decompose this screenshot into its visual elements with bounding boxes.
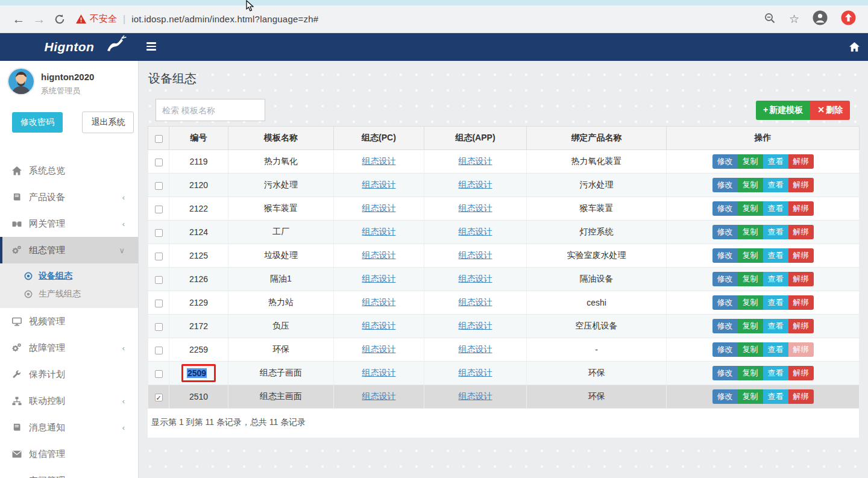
copy-button[interactable]: 复制 <box>738 201 763 216</box>
sidebar-item-消息通知[interactable]: 消息通知‹ <box>0 414 138 441</box>
edit-button[interactable]: 修改 <box>712 201 738 216</box>
copy-button[interactable]: 复制 <box>738 178 763 192</box>
app-config-link[interactable]: 组态设计 <box>459 368 492 377</box>
edit-button[interactable]: 修改 <box>712 178 738 192</box>
sidebar-item-系统总览[interactable]: 系统总览 <box>0 157 138 184</box>
pc-config-link[interactable]: 组态设计 <box>362 321 396 330</box>
edit-button[interactable]: 修改 <box>712 154 738 169</box>
pc-config-link[interactable]: 组态设计 <box>362 391 396 401</box>
view-button[interactable]: 查看 <box>763 366 788 380</box>
copy-button[interactable]: 复制 <box>738 272 763 286</box>
row-checkbox[interactable] <box>155 253 163 260</box>
copy-button[interactable]: 复制 <box>738 248 763 263</box>
edit-button[interactable]: 修改 <box>712 342 738 357</box>
zoom-out-icon[interactable] <box>764 12 776 27</box>
select-all-checkbox[interactable] <box>155 135 163 143</box>
row-checkbox[interactable] <box>155 276 163 284</box>
view-button[interactable]: 查看 <box>763 154 788 169</box>
row-checkbox[interactable] <box>155 182 163 190</box>
browser-profile-icon[interactable] <box>813 10 828 28</box>
sidebar-item-短信管理[interactable]: 短信管理 <box>0 441 138 467</box>
unbind-button[interactable]: 解绑 <box>788 201 814 216</box>
unbind-button[interactable]: 解绑 <box>788 272 814 286</box>
row-checkbox[interactable] <box>155 347 163 354</box>
app-config-link[interactable]: 组态设计 <box>459 156 492 166</box>
new-template-button[interactable]: +新建模板 <box>756 101 810 120</box>
edit-button[interactable]: 修改 <box>712 248 738 263</box>
unbind-button[interactable]: 解绑 <box>788 389 814 404</box>
edit-button[interactable]: 修改 <box>712 319 738 333</box>
address-bar[interactable]: 不安全 | iot.idosp.net/admin/index.html?lan… <box>76 13 764 25</box>
pc-config-link[interactable]: 组态设计 <box>362 203 396 213</box>
unbind-button[interactable]: 解绑 <box>788 178 814 192</box>
row-checkbox[interactable]: ✓ <box>155 394 163 401</box>
browser-update-icon[interactable] <box>841 10 856 28</box>
delete-button[interactable]: ✕删除 <box>810 101 850 120</box>
row-checkbox[interactable] <box>155 370 163 378</box>
pc-config-link[interactable]: 组态设计 <box>362 156 396 166</box>
copy-button[interactable]: 复制 <box>738 366 763 380</box>
pc-config-link[interactable]: 组态设计 <box>362 297 396 307</box>
pc-config-link[interactable]: 组态设计 <box>362 250 396 260</box>
home-icon[interactable] <box>849 42 860 54</box>
user-avatar[interactable] <box>7 68 35 95</box>
copy-button[interactable]: 复制 <box>738 319 763 333</box>
pc-config-link[interactable]: 组态设计 <box>362 227 396 236</box>
unbind-button[interactable]: 解绑 <box>788 154 814 169</box>
sidebar-item-保养计划[interactable]: 保养计划 <box>0 361 138 388</box>
view-button[interactable]: 查看 <box>763 389 788 404</box>
unbind-button[interactable]: 解绑 <box>788 342 814 357</box>
app-config-link[interactable]: 组态设计 <box>459 321 492 330</box>
edit-button[interactable]: 修改 <box>712 389 738 404</box>
sidebar-toggle-button[interactable] <box>146 42 156 52</box>
view-button[interactable]: 查看 <box>763 342 788 357</box>
unbind-button[interactable]: 解绑 <box>788 366 814 380</box>
view-button[interactable]: 查看 <box>763 225 788 239</box>
view-button[interactable]: 查看 <box>763 272 788 286</box>
row-checkbox[interactable] <box>155 206 163 213</box>
unbind-button[interactable]: 解绑 <box>788 225 814 239</box>
unbind-button[interactable]: 解绑 <box>788 295 814 310</box>
row-checkbox[interactable] <box>155 323 163 331</box>
sidebar-item-组态管理[interactable]: 组态管理∨ <box>0 237 138 263</box>
app-config-link[interactable]: 组态设计 <box>459 180 492 189</box>
sidebar-item-产品设备[interactable]: 产品设备‹ <box>0 184 138 210</box>
sidebar-item-空间管理[interactable]: 空间管理 <box>0 467 138 478</box>
row-checkbox[interactable] <box>155 229 163 237</box>
logout-button[interactable]: 退出系统 <box>82 112 134 133</box>
submenu-item-生产线组态[interactable]: 生产线组态 <box>0 285 138 303</box>
edit-button[interactable]: 修改 <box>712 366 738 380</box>
edit-button[interactable]: 修改 <box>712 272 738 286</box>
sidebar-item-故障管理[interactable]: 故障管理‹ <box>0 335 138 361</box>
app-config-link[interactable]: 组态设计 <box>459 344 492 354</box>
row-checkbox[interactable] <box>155 159 163 166</box>
brand-logo[interactable]: Hignton <box>0 33 139 61</box>
pc-config-link[interactable]: 组态设计 <box>362 344 396 354</box>
pc-config-link[interactable]: 组态设计 <box>362 368 396 377</box>
view-button[interactable]: 查看 <box>763 319 788 333</box>
view-button[interactable]: 查看 <box>763 178 788 192</box>
back-button[interactable]: ← <box>8 12 29 27</box>
copy-button[interactable]: 复制 <box>738 389 763 404</box>
app-config-link[interactable]: 组态设计 <box>459 227 492 236</box>
unbind-button[interactable]: 解绑 <box>788 248 814 263</box>
reload-button[interactable] <box>49 14 70 25</box>
copy-button[interactable]: 复制 <box>738 225 763 239</box>
submenu-item-设备组态[interactable]: 设备组态 <box>0 267 138 285</box>
edit-button[interactable]: 修改 <box>712 295 738 310</box>
pc-config-link[interactable]: 组态设计 <box>362 274 396 283</box>
bookmark-star-icon[interactable]: ☆ <box>789 12 799 26</box>
view-button[interactable]: 查看 <box>763 295 788 310</box>
search-input[interactable] <box>156 99 265 121</box>
forward-button[interactable]: → <box>29 12 49 27</box>
unbind-button[interactable]: 解绑 <box>788 319 814 333</box>
copy-button[interactable]: 复制 <box>738 154 763 169</box>
copy-button[interactable]: 复制 <box>738 342 763 357</box>
app-config-link[interactable]: 组态设计 <box>459 274 492 283</box>
app-config-link[interactable]: 组态设计 <box>459 250 492 260</box>
sidebar-item-联动控制[interactable]: 联动控制‹ <box>0 388 138 414</box>
change-password-button[interactable]: 修改密码 <box>12 112 63 133</box>
view-button[interactable]: 查看 <box>763 248 788 263</box>
copy-button[interactable]: 复制 <box>738 295 763 310</box>
app-config-link[interactable]: 组态设计 <box>459 203 492 213</box>
